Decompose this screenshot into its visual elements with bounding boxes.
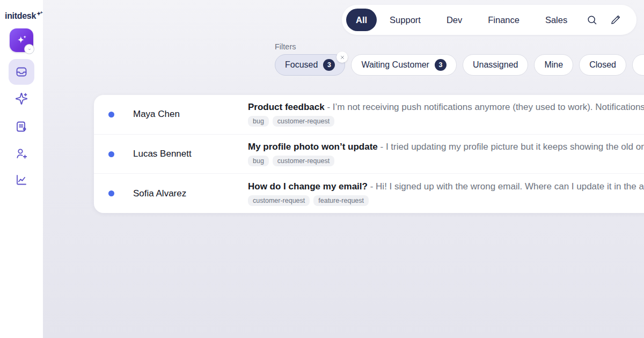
sidebar-item-assistant[interactable] bbox=[9, 86, 34, 112]
sidebar-item-notes[interactable] bbox=[9, 114, 34, 139]
ticket-separator: - bbox=[380, 142, 384, 152]
tag-badge: feature-request bbox=[313, 195, 369, 206]
ticket-title: How do I change my email? bbox=[248, 181, 368, 192]
unread-status-dot bbox=[108, 112, 114, 117]
ticket-content: My profile photo won’t update - I tried … bbox=[248, 142, 644, 166]
sidebar-item-analytics[interactable] bbox=[9, 167, 34, 193]
ticket-summary-line: My profile photo won’t update - I tried … bbox=[248, 142, 644, 152]
count-badge: 3 bbox=[323, 59, 335, 71]
tag-badge: customer-request bbox=[273, 116, 334, 127]
search-button[interactable] bbox=[580, 8, 604, 32]
close-icon bbox=[340, 55, 345, 60]
ticket-row-lucas-bennett[interactable]: Lucas Bennett My profile photo won’t upd… bbox=[94, 134, 644, 174]
filter-chips-row: Focused 3 Waiting Customer 3 Unassigned … bbox=[275, 54, 644, 76]
inbox-icon bbox=[15, 65, 28, 78]
ticket-tags: bug customer-request bbox=[248, 156, 644, 166]
unread-status-dot bbox=[108, 190, 114, 196]
tag-badge: bug bbox=[248, 116, 269, 127]
filter-chip-focused[interactable]: Focused 3 bbox=[275, 54, 345, 76]
note-sparkle-icon bbox=[15, 120, 28, 133]
ticket-preview: I’m not receiving push notifications any… bbox=[333, 102, 644, 112]
ticket-tags: bug customer-request bbox=[248, 116, 644, 127]
filter-chip-label: Closed bbox=[589, 60, 616, 70]
tab-sales[interactable]: Sales bbox=[532, 5, 580, 35]
tab-all[interactable]: All bbox=[346, 9, 377, 31]
ticket-title: Product feedback bbox=[248, 102, 325, 112]
tag-badge: bug bbox=[248, 156, 269, 166]
sparkles-icon bbox=[15, 92, 28, 105]
top-nav-bar: All Support Dev Finance Sales bbox=[342, 5, 636, 35]
tab-finance[interactable]: Finance bbox=[475, 5, 532, 35]
brand-name: initdesk bbox=[5, 11, 36, 20]
user-plus-icon bbox=[15, 147, 28, 160]
ticket-sender-name: Sofia Alvarez bbox=[133, 188, 186, 199]
compose-pencil-icon bbox=[610, 14, 621, 25]
count-badge: 3 bbox=[435, 59, 447, 71]
filter-chip-partial[interactable] bbox=[632, 54, 644, 76]
filter-chip-closed[interactable]: Closed bbox=[579, 54, 626, 76]
ticket-content: Product feedback - I’m not receiving pus… bbox=[248, 102, 644, 127]
ticket-preview: I tried updating my profile picture but … bbox=[386, 142, 644, 152]
ticket-sender-name: Maya Chen bbox=[133, 109, 180, 120]
filter-chip-mine[interactable]: Mine bbox=[534, 54, 573, 76]
brand-logo: initdesk✦⁺ bbox=[5, 11, 42, 21]
ticket-title: My profile photo won’t update bbox=[248, 142, 378, 152]
unread-status-dot bbox=[108, 151, 114, 157]
filter-chip-label: Mine bbox=[544, 60, 563, 70]
sidebar-item-inbox[interactable] bbox=[9, 59, 34, 85]
compose-button[interactable] bbox=[604, 8, 627, 32]
ticket-summary-line: How do I change my email? - Hi! I signed… bbox=[248, 181, 644, 192]
filter-chip-label: Waiting Customer bbox=[361, 60, 429, 70]
tab-support[interactable]: Support bbox=[377, 5, 434, 35]
ticket-tags: customer-request feature-request bbox=[248, 195, 644, 206]
ticket-content: How do I change my email? - Hi! I signed… bbox=[248, 181, 644, 206]
ticket-separator: - bbox=[370, 181, 374, 192]
ticket-row-maya-chen[interactable]: Maya Chen Product feedback - I’m not rec… bbox=[94, 95, 644, 134]
filter-chip-label: Unassigned bbox=[473, 60, 518, 70]
sidebar-item-contacts[interactable] bbox=[9, 141, 34, 166]
tag-badge: customer-request bbox=[248, 195, 310, 206]
ticket-row-sofia-alvarez[interactable]: Sofia Alvarez How do I change my email? … bbox=[94, 173, 644, 213]
filter-chip-waiting-customer[interactable]: Waiting Customer 3 bbox=[351, 54, 457, 76]
brand-sparkle-icon: ✦⁺ bbox=[36, 11, 42, 17]
chart-line-icon bbox=[15, 173, 28, 186]
filter-chip-label: Focused bbox=[285, 60, 318, 70]
chevron-down-icon bbox=[27, 47, 32, 52]
ticket-preview: Hi! I signed up with the wrong email. Wh… bbox=[376, 181, 644, 192]
tab-dev[interactable]: Dev bbox=[434, 5, 475, 35]
ticket-list: Maya Chen Product feedback - I’m not rec… bbox=[94, 95, 644, 213]
ticket-sender-name: Lucas Bennett bbox=[133, 149, 192, 159]
filters-label: Filters bbox=[275, 42, 296, 51]
remove-filter-button[interactable] bbox=[336, 52, 348, 63]
ticket-separator: - bbox=[327, 102, 330, 112]
workspace-switcher-badge[interactable] bbox=[24, 44, 34, 54]
ticket-summary-line: Product feedback - I’m not receiving pus… bbox=[248, 102, 644, 113]
sidebar: initdesk✦⁺ bbox=[0, 0, 43, 338]
filter-chip-unassigned[interactable]: Unassigned bbox=[463, 54, 529, 76]
tag-badge: customer-request bbox=[273, 156, 334, 166]
search-icon bbox=[587, 14, 597, 25]
